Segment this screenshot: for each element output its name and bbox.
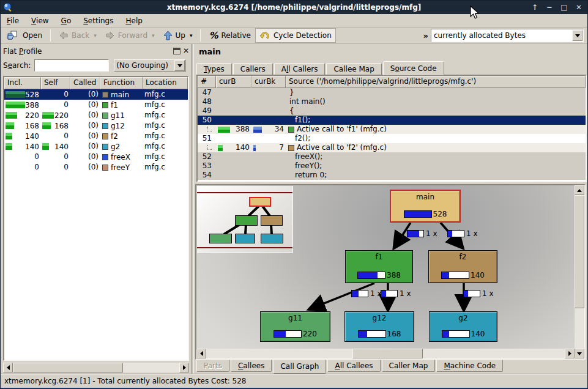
- function-color-icon: [102, 92, 108, 98]
- scroll-left-icon[interactable]: [196, 349, 206, 358]
- float-dock-icon[interactable]: [173, 48, 180, 54]
- menu-settings[interactable]: Settings: [82, 15, 119, 26]
- source-line[interactable]: 47}: [198, 88, 586, 97]
- call-graph-view[interactable]: main 528 f1 388 f2 140 g11 220 g12 168 g…: [195, 184, 586, 360]
- column-source[interactable]: Source ('/home/philippe/valgrind/littlep…: [286, 76, 586, 88]
- source-line[interactable]: 53freeY();: [198, 161, 586, 171]
- up-button[interactable]: Up▾: [159, 28, 197, 43]
- tab-callees[interactable]: Callees: [231, 360, 272, 372]
- tab-callers[interactable]: Callers: [233, 63, 273, 75]
- column-curB[interactable]: curB: [216, 76, 251, 88]
- maximize-button[interactable]: □: [559, 3, 569, 12]
- dock-title: Flat Profile: [3, 47, 42, 56]
- table-row-main[interactable]: 528 0 (0) main mfg.c: [4, 89, 188, 100]
- tab-machine-code[interactable]: Machine Code: [436, 360, 503, 372]
- minimize-button[interactable]: ‒: [545, 3, 554, 12]
- tab-all-callers[interactable]: All Callers: [274, 63, 326, 75]
- grouping-arrow-icon[interactable]: [174, 60, 185, 71]
- cycle-detection-toggle-button[interactable]: Cycle Detection: [255, 28, 336, 43]
- menu-help[interactable]: Help: [124, 15, 148, 26]
- source-line[interactable]: 48int main(): [198, 97, 586, 106]
- back-arrow-icon: [59, 31, 69, 40]
- titlebar[interactable]: xtmemory.kcg.6274 [/home/philippe/valgri…: [1, 1, 587, 14]
- grouping-combobox[interactable]: (No Grouping): [114, 59, 186, 72]
- source-line[interactable]: 49{: [198, 106, 586, 116]
- tab-all-callees[interactable]: All Callees: [327, 360, 380, 372]
- source-call-line[interactable]: 388 34 Active call to 'f1' (mfg.c): [198, 125, 586, 134]
- edge-label-main-f2: 1 x: [447, 229, 478, 238]
- graph-node-main[interactable]: main 528: [390, 190, 461, 223]
- scroll-up-icon[interactable]: [575, 185, 584, 195]
- scroll-left-icon[interactable]: [3, 363, 13, 372]
- tab-callee-map[interactable]: Callee Map: [326, 63, 381, 75]
- function-pane: main Types Callers All Callers Callee Ma…: [194, 44, 588, 374]
- column-incl[interactable]: Incl.: [4, 77, 41, 89]
- function-color-icon: [102, 165, 108, 171]
- column-line-number[interactable]: #: [198, 76, 216, 88]
- flat-profile-hscrollbar[interactable]: [3, 363, 189, 372]
- statusbar: xtmemory.kcg.6274 [1] - Total currently …: [1, 374, 587, 389]
- function-color-icon: [102, 154, 108, 160]
- search-input[interactable]: [34, 59, 109, 72]
- tab-source-code[interactable]: Source Code: [383, 61, 444, 75]
- scrollbar-thumb[interactable]: [352, 349, 423, 358]
- dock-titlebar[interactable]: Flat Profile ✕: [3, 46, 189, 56]
- event-type-combobox[interactable]: currently allocated Bytes: [431, 29, 584, 42]
- graph-overview-minimap[interactable]: [197, 186, 293, 253]
- menu-file[interactable]: File: [6, 15, 25, 26]
- minimap-node-main: [249, 197, 271, 207]
- column-location[interactable]: Location: [143, 77, 188, 89]
- graph-node-g2[interactable]: g2 140: [429, 311, 497, 342]
- flat-profile-table: Incl. Self Called Function Location 528 …: [3, 76, 189, 361]
- shade-button[interactable]: ↑: [530, 3, 540, 12]
- graph-vscrollbar[interactable]: [575, 185, 584, 358]
- menu-go[interactable]: Go: [60, 15, 78, 26]
- scrollbar-thumb[interactable]: [575, 195, 584, 308]
- column-curBk[interactable]: curBk: [251, 76, 286, 88]
- open-button[interactable]: Open: [3, 28, 47, 43]
- graph-node-f1[interactable]: f1 388: [345, 250, 413, 283]
- close-button[interactable]: ✕: [574, 3, 584, 12]
- status-text: xtmemory.kcg.6274 [1] - Total currently …: [4, 377, 246, 385]
- back-button[interactable]: Back▾: [54, 28, 101, 43]
- search-label: Search:: [3, 61, 31, 70]
- table-row-f1[interactable]: 388 0 (0) f1 mfg.c: [4, 100, 188, 110]
- close-dock-icon[interactable]: ✕: [183, 48, 189, 54]
- table-row-g2[interactable]: 140 140 (0) g2 mfg.c: [4, 141, 188, 152]
- graph-node-g12[interactable]: g12 168: [344, 311, 414, 342]
- scrollbar-thumb[interactable]: [13, 363, 123, 372]
- tab-caller-map[interactable]: Caller Map: [382, 360, 436, 372]
- graph-node-f2[interactable]: f2 140: [428, 250, 497, 283]
- source-line[interactable]: 54return 0;: [198, 171, 586, 180]
- scroll-down-icon[interactable]: [575, 349, 584, 358]
- scroll-right-icon[interactable]: [565, 349, 575, 358]
- column-function[interactable]: Function: [100, 77, 143, 89]
- graph-hscrollbar[interactable]: [196, 349, 575, 358]
- scroll-right-icon[interactable]: [179, 363, 189, 372]
- menu-view[interactable]: View: [30, 15, 54, 26]
- tab-types[interactable]: Types: [196, 63, 232, 75]
- table-header: Incl. Self Called Function Location: [4, 77, 188, 89]
- application-window: xtmemory.kcg.6274 [/home/philippe/valgri…: [0, 0, 588, 389]
- toolbar-overflow-chevron[interactable]: »: [423, 31, 428, 40]
- source-line[interactable]: 52freeX();: [198, 152, 586, 161]
- table-row-g12[interactable]: 168 168 (0) g12 mfg.c: [4, 120, 188, 131]
- tab-call-graph[interactable]: Call Graph: [273, 360, 326, 374]
- forward-button[interactable]: Forward▾: [101, 28, 159, 43]
- column-self[interactable]: Self: [41, 77, 70, 89]
- table-row-f2[interactable]: 140 0 (0) f2 mfg.c: [4, 131, 188, 141]
- table-row-freeY[interactable]: 0 0 (0) freeY mfg.c: [4, 162, 188, 172]
- source-line-selected[interactable]: 50f1();: [198, 116, 586, 125]
- tab-parts[interactable]: Parts: [196, 360, 229, 372]
- graph-node-g11[interactable]: g11 220: [260, 311, 330, 342]
- combobox-arrow-icon[interactable]: [572, 30, 582, 41]
- source-call-line[interactable]: 140 7 Active call to 'f2' (mfg.c): [198, 143, 586, 152]
- function-color-icon: [102, 102, 108, 108]
- table-row-g11[interactable]: 220 220 (0) g11 mfg.c: [4, 110, 188, 120]
- relative-toggle-button[interactable]: % Relative: [204, 28, 255, 43]
- column-called[interactable]: Called: [70, 77, 100, 89]
- function-color-icon: [102, 123, 108, 129]
- table-row-freeX[interactable]: 0 0 (0) freeX mfg.c: [4, 152, 188, 162]
- function-color-icon: [288, 145, 294, 151]
- source-line[interactable]: 51f2();: [198, 134, 586, 143]
